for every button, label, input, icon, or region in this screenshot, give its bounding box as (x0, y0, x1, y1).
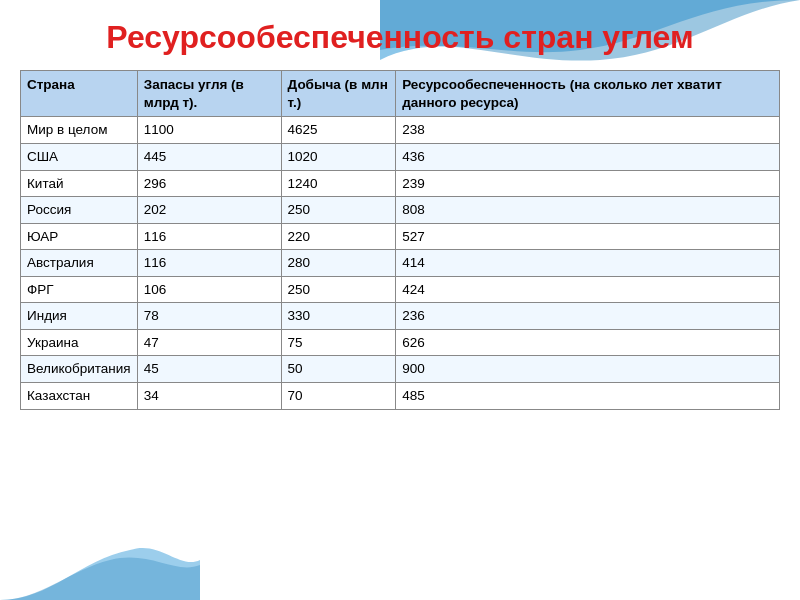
table-cell-1-0: США (21, 144, 138, 171)
table-row: Китай2961240239 (21, 170, 780, 197)
table-cell-2-0: Китай (21, 170, 138, 197)
table-cell-8-2: 75 (281, 329, 396, 356)
table-cell-9-1: 45 (137, 356, 281, 383)
table-cell-3-0: Россия (21, 197, 138, 224)
table-row: Россия202250808 (21, 197, 780, 224)
col-header-country: Страна (21, 71, 138, 117)
table-cell-7-0: Индия (21, 303, 138, 330)
table-cell-4-1: 116 (137, 223, 281, 250)
table-cell-6-3: 424 (396, 276, 780, 303)
col-header-reserves: Запасы угля (в млрд т). (137, 71, 281, 117)
table-cell-6-2: 250 (281, 276, 396, 303)
table-cell-4-2: 220 (281, 223, 396, 250)
table-cell-8-3: 626 (396, 329, 780, 356)
table-row: Великобритания4550900 (21, 356, 780, 383)
table-cell-0-2: 4625 (281, 117, 396, 144)
table-cell-9-0: Великобритания (21, 356, 138, 383)
table-cell-7-2: 330 (281, 303, 396, 330)
coal-resources-table: Страна Запасы угля (в млрд т). Добыча (в… (20, 70, 780, 409)
table-cell-5-2: 280 (281, 250, 396, 277)
table-cell-2-2: 1240 (281, 170, 396, 197)
table-cell-5-3: 414 (396, 250, 780, 277)
table-cell-3-2: 250 (281, 197, 396, 224)
table-cell-3-3: 808 (396, 197, 780, 224)
page-title: Ресурсообеспеченность стран углем (20, 18, 780, 56)
table-cell-5-0: Австралия (21, 250, 138, 277)
table-cell-7-3: 236 (396, 303, 780, 330)
table-cell-10-1: 34 (137, 382, 281, 409)
table-row: США4451020436 (21, 144, 780, 171)
col-header-production: Добыча (в млн т.) (281, 71, 396, 117)
table-cell-10-3: 485 (396, 382, 780, 409)
col-header-resource-security: Ресурсообеспеченность (на сколько лет хв… (396, 71, 780, 117)
table-row: Австралия116280414 (21, 250, 780, 277)
table-cell-10-0: Казахстан (21, 382, 138, 409)
table-cell-0-3: 238 (396, 117, 780, 144)
table-cell-9-3: 900 (396, 356, 780, 383)
table-cell-6-1: 106 (137, 276, 281, 303)
table-cell-1-1: 445 (137, 144, 281, 171)
table-row: ЮАР116220527 (21, 223, 780, 250)
table-cell-5-1: 116 (137, 250, 281, 277)
table-body: Мир в целом11004625238США4451020436Китай… (21, 117, 780, 409)
table-cell-0-1: 1100 (137, 117, 281, 144)
table-cell-2-3: 239 (396, 170, 780, 197)
table-cell-1-3: 436 (396, 144, 780, 171)
table-cell-2-1: 296 (137, 170, 281, 197)
table-cell-3-1: 202 (137, 197, 281, 224)
table-row: Индия78330236 (21, 303, 780, 330)
table-cell-8-0: Украина (21, 329, 138, 356)
table-row: Украина4775626 (21, 329, 780, 356)
table-cell-8-1: 47 (137, 329, 281, 356)
table-cell-9-2: 50 (281, 356, 396, 383)
table-cell-6-0: ФРГ (21, 276, 138, 303)
table-cell-10-2: 70 (281, 382, 396, 409)
table-cell-4-0: ЮАР (21, 223, 138, 250)
table-cell-4-3: 527 (396, 223, 780, 250)
table-cell-1-2: 1020 (281, 144, 396, 171)
table-row: Мир в целом11004625238 (21, 117, 780, 144)
table-cell-7-1: 78 (137, 303, 281, 330)
table-cell-0-0: Мир в целом (21, 117, 138, 144)
table-header-row: Страна Запасы угля (в млрд т). Добыча (в… (21, 71, 780, 117)
table-row: ФРГ106250424 (21, 276, 780, 303)
table-row: Казахстан3470485 (21, 382, 780, 409)
